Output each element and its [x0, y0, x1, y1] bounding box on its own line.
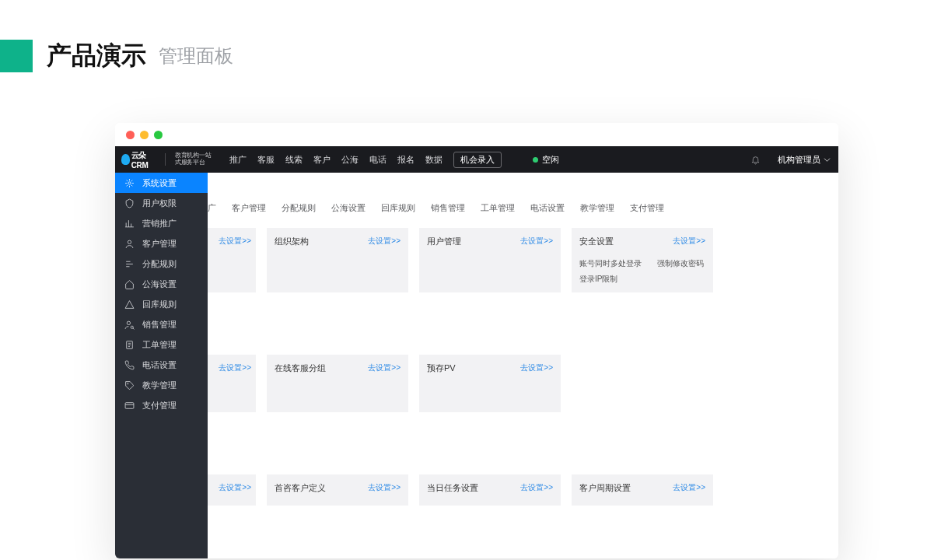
sidebar-item-system-settings[interactable]: 系统设置 — [115, 173, 208, 193]
go-setting-link[interactable]: 去设置>> — [520, 482, 553, 493]
nav-gonghai[interactable]: 公海 — [341, 154, 359, 166]
nav-kefu[interactable]: 客服 — [257, 154, 275, 166]
chart-icon — [124, 219, 135, 229]
top-bar: 云朵CRM 教育机构一站式服务平台 推广 客服 线索 客户 公海 电话 报名 数… — [115, 146, 838, 173]
sidebar-label: 公海设置 — [142, 278, 177, 290]
logo-tagline: 教育机构一站式服务平台 — [175, 152, 214, 166]
setting-card-pre-stored-pv: 预存PV 去设置>> — [419, 355, 561, 412]
cards-row-1: 去设置>> 组织架构 去设置>> 用户管理 去设置>> 安全设置 去设置>> — [208, 228, 838, 292]
page-heading: 产品演示 管理面板 — [0, 0, 941, 73]
app-window: 云朵CRM 教育机构一站式服务平台 推广 客服 线索 客户 公海 电话 报名 数… — [115, 123, 838, 558]
go-setting-link[interactable]: 去设置>> — [368, 362, 401, 373]
go-setting-link[interactable]: 去设置>> — [219, 362, 251, 373]
setting-card-partial: 去设置>> — [208, 228, 256, 292]
go-setting-link[interactable]: 去设置>> — [219, 236, 251, 247]
cards-area: 去设置>> 组织架构 去设置>> 用户管理 去设置>> 安全设置 去设置>> — [208, 217, 838, 506]
card-icon — [124, 401, 135, 411]
tab-publicpool[interactable]: 公海设置 — [325, 199, 372, 217]
sidebar-item-public-pool[interactable]: 公海设置 — [115, 274, 208, 294]
setting-card-online-service-group: 在线客服分组 去设置>> — [267, 355, 408, 412]
sidebar-label: 客户管理 — [142, 238, 177, 250]
home-icon — [124, 279, 135, 289]
svg-point-0 — [128, 181, 131, 184]
bell-icon[interactable] — [750, 155, 761, 165]
sidebar-label: 支付管理 — [142, 400, 177, 411]
sidebar-label: 工单管理 — [142, 339, 177, 351]
sidebar-item-phone-settings[interactable]: 电话设置 — [115, 355, 208, 375]
card-title: 客户周期设置 — [579, 483, 631, 492]
opportunity-record-button[interactable]: 机会录入 — [453, 152, 502, 168]
flow-icon — [124, 259, 135, 269]
card-item[interactable]: 强制修改密码 — [657, 258, 704, 269]
tag-icon — [124, 380, 135, 390]
setting-card-customer-cycle: 客户周期设置 去设置>> — [572, 474, 713, 506]
cards-row-3: 去设置>> 首咨客户定义 去设置>> 当日任务设置 去设置>> 客户周期设置 去… — [208, 474, 838, 506]
sidebar-label: 分配规则 — [142, 258, 177, 270]
maximize-dot-icon[interactable] — [154, 131, 163, 139]
sidebar-item-customer-management[interactable]: 客户管理 — [115, 233, 208, 254]
tab-distribution[interactable]: 分配规则 — [275, 199, 322, 217]
card-title: 安全设置 — [579, 236, 614, 246]
chevron-down-icon — [824, 156, 831, 163]
sidebar-item-ticket-management[interactable]: 工单管理 — [115, 334, 208, 355]
sidebar-item-sales-management[interactable]: 销售管理 — [115, 314, 208, 334]
card-title: 组织架构 — [275, 236, 309, 246]
search-user-icon — [124, 320, 135, 330]
sidebar-item-payment-management[interactable]: 支付管理 — [115, 395, 208, 415]
tab-payment[interactable]: 支付管理 — [624, 199, 670, 217]
go-setting-link[interactable]: 去设置>> — [673, 236, 705, 247]
sidebar-item-teaching-management[interactable]: 教学管理 — [115, 375, 208, 395]
cards-row-2: 去设置>> 在线客服分组 去设置>> 预存PV 去设置>> — [208, 355, 838, 412]
sidebar-item-distribution-rules[interactable]: 分配规则 — [115, 254, 208, 274]
nav-shuju[interactable]: 数据 — [425, 154, 443, 166]
go-setting-link[interactable]: 去设置>> — [368, 482, 401, 493]
tab-return[interactable]: 回库规则 — [375, 199, 422, 217]
setting-card-partial: 去设置>> — [208, 355, 256, 412]
tab-teaching[interactable]: 教学管理 — [574, 199, 621, 217]
user-label: 机构管理员 — [778, 154, 820, 166]
nav-baoming[interactable]: 报名 — [397, 154, 415, 166]
sidebar-item-marketing[interactable]: 营销推广 — [115, 213, 208, 233]
go-setting-link[interactable]: 去设置>> — [219, 482, 251, 493]
setting-card-org-structure: 组织架构 去设置>> — [267, 228, 408, 292]
sidebar-label: 教学管理 — [142, 380, 177, 391]
logo-divider — [165, 153, 166, 166]
tab-phone[interactable]: 电话设置 — [524, 199, 571, 217]
nav-tuiguang[interactable]: 推广 — [229, 154, 247, 166]
card-item[interactable]: 账号同时多处登录 — [579, 258, 642, 269]
status-indicator: 空闲 — [533, 154, 559, 166]
svg-rect-6 — [125, 402, 134, 408]
go-setting-link[interactable]: 去设置>> — [520, 236, 553, 247]
close-dot-icon[interactable] — [126, 131, 135, 139]
body-area: 系统设置 用户权限 营销推广 客户管理 分配规则 公海设置 — [115, 173, 838, 558]
nav-xiansuo[interactable]: 线索 — [285, 154, 303, 166]
minimize-dot-icon[interactable] — [140, 131, 149, 139]
tab-sales[interactable]: 销售管理 — [425, 199, 471, 217]
tab-customer[interactable]: 客户管理 — [226, 199, 272, 217]
user-icon — [124, 239, 135, 249]
setting-card-first-consultation: 首咨客户定义 去设置>> — [267, 474, 408, 506]
go-setting-link[interactable]: 去设置>> — [673, 482, 705, 493]
doc-icon — [124, 340, 135, 350]
sidebar-label: 营销推广 — [142, 218, 177, 229]
nav-dianhua[interactable]: 电话 — [369, 154, 387, 166]
green-accent-bar — [0, 40, 33, 72]
sidebar-item-user-permissions[interactable]: 用户权限 — [115, 193, 208, 213]
card-title: 用户管理 — [427, 236, 461, 246]
svg-point-5 — [128, 383, 128, 383]
sidebar-label: 销售管理 — [142, 319, 177, 331]
shield-icon — [124, 198, 135, 208]
go-setting-link[interactable]: 去设置>> — [368, 236, 401, 247]
phone-icon — [124, 360, 135, 370]
tab-ticket[interactable]: 工单管理 — [474, 199, 521, 217]
go-setting-link[interactable]: 去设置>> — [520, 362, 553, 373]
nav-kehu[interactable]: 客户 — [313, 154, 331, 166]
tab-partial[interactable]: 广 — [208, 199, 222, 217]
top-nav: 推广 客服 线索 客户 公海 电话 报名 数据 — [229, 154, 443, 166]
card-item[interactable]: 登录IP限制 — [579, 274, 617, 285]
top-right: 机构管理员 — [750, 154, 831, 166]
logo[interactable]: 云朵CRM 教育机构一站式服务平台 — [115, 152, 222, 166]
triangle-icon — [124, 299, 135, 310]
user-menu[interactable]: 机构管理员 — [778, 154, 831, 166]
sidebar-item-return-rules[interactable]: 回库规则 — [115, 294, 208, 314]
